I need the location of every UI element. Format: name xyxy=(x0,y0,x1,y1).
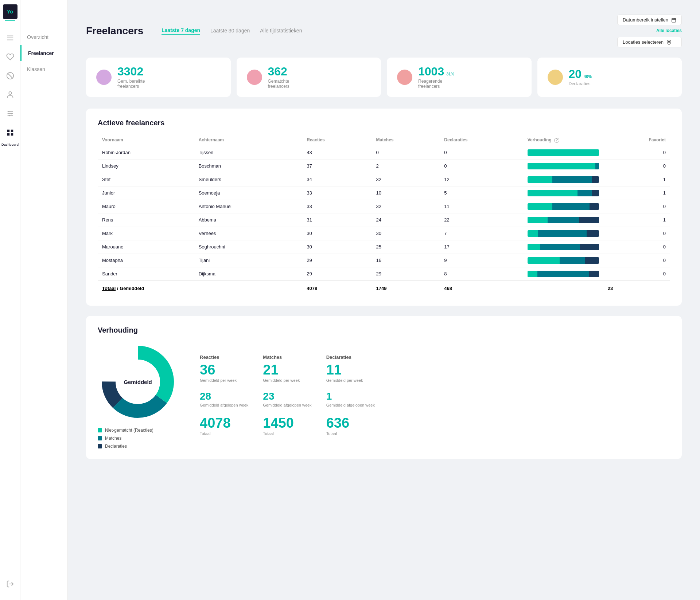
verhouding-stats-grid: Reacties 36 Gemiddeld per week Matches 2… xyxy=(200,354,375,436)
cell-favoriet: 1 xyxy=(603,213,670,227)
cell-reacties: 30 xyxy=(302,240,372,254)
cell-matches: 30 xyxy=(372,227,440,240)
date-range-button[interactable]: Datumbereik instellen xyxy=(617,15,682,25)
verhouding-total-declaraties: 636 Totaal xyxy=(326,416,375,436)
verhouding-prev-reacties: 28 Gemiddeld afgelopen week xyxy=(200,391,248,407)
active-freelancers-section: Actieve freelancers Voornaam Achternaam … xyxy=(86,109,682,306)
cell-reacties: 29 xyxy=(302,267,372,281)
cell-declaraties: 7 xyxy=(440,227,523,240)
legend-dot-dark xyxy=(98,444,102,448)
cell-matches: 24 xyxy=(372,213,440,227)
col-verhouding: Verhouding ? xyxy=(523,134,603,146)
svg-rect-12 xyxy=(7,130,9,132)
table-row: Rens Abbema 31 24 22 1 xyxy=(98,213,670,227)
cell-firstname: Lindsey xyxy=(98,159,194,173)
col-favoriet: Favoriet xyxy=(603,134,670,146)
subnav-item-overzicht[interactable]: Overzicht xyxy=(20,29,67,45)
sidebar-icon-list[interactable] xyxy=(3,31,18,45)
cell-bar xyxy=(523,227,603,240)
stat-label-gematchte: Gematchtefreelancers xyxy=(268,79,289,89)
cell-lastname: Dijksma xyxy=(194,267,303,281)
footer-label: Totaal / Gemiddeld xyxy=(98,281,302,295)
tab-7days[interactable]: Laatste 7 dagen xyxy=(162,27,200,35)
cell-firstname: Stef xyxy=(98,173,194,186)
cell-favoriet: 0 xyxy=(603,200,670,213)
cell-declaraties: 0 xyxy=(440,146,523,159)
cell-reacties: 37 xyxy=(302,159,372,173)
stat-label-declaraties: Declaraties xyxy=(569,81,592,86)
cell-bar xyxy=(523,254,603,267)
col-matches: Matches xyxy=(372,134,440,146)
verhouding-total-reacties: 4078 Totaal xyxy=(200,416,248,436)
cell-favoriet: 0 xyxy=(603,159,670,173)
cell-reacties: 43 xyxy=(302,146,372,159)
cell-lastname: Tijani xyxy=(194,254,303,267)
cell-bar xyxy=(523,267,603,281)
verhouding-total-matches: 1450 Totaal xyxy=(263,416,311,436)
svg-point-11 xyxy=(9,115,10,117)
sidebar-icon-sliders[interactable] xyxy=(3,106,18,121)
section-title-verhouding: Verhouding xyxy=(98,326,670,334)
cell-declaraties: 9 xyxy=(440,254,523,267)
sidebar-icon-logout[interactable] xyxy=(3,577,18,591)
cell-lastname: Seghrouchni xyxy=(194,240,303,254)
dashboard-label: Dashboard xyxy=(1,143,19,146)
subnav: Overzicht Freelancer Klassen xyxy=(20,0,68,600)
cell-lastname: Verhees xyxy=(194,227,303,240)
donut-chart: Gemiddeld xyxy=(98,342,178,422)
verhouding-prev-matches: 23 Gemiddeld afgelopen week xyxy=(263,391,311,407)
verhouding-tooltip-icon[interactable]: ? xyxy=(554,138,559,143)
legend-item-niet-gematcht: Niet-gematcht (Reacties) xyxy=(98,428,178,433)
sidebar-icon-ban[interactable] xyxy=(3,68,18,83)
tab-30days[interactable]: Laatste 30 dagen xyxy=(210,28,250,34)
cell-firstname: Rens xyxy=(98,213,194,227)
svg-point-21 xyxy=(668,41,670,43)
verhouding-section: Verhouding Gemiddeld xyxy=(86,316,682,459)
cell-firstname: Junior xyxy=(98,186,194,200)
verhouding-col-declaraties: Declaraties 11 Gemiddeld per week xyxy=(326,354,375,383)
logo-text: Yo xyxy=(7,9,13,15)
cell-firstname: Mauro xyxy=(98,200,194,213)
page-header: Freelancers Laatste 7 dagen Laatste 30 d… xyxy=(86,15,682,47)
footer-reacties: 4078 xyxy=(302,281,372,295)
subnav-item-freelancer[interactable]: Freelancer xyxy=(20,45,67,61)
subnav-item-klassen[interactable]: Klassen xyxy=(20,61,67,77)
cell-matches: 2 xyxy=(372,159,440,173)
tab-all[interactable]: Alle tijdstatistieken xyxy=(260,28,302,34)
col-achternaam: Achternaam xyxy=(194,134,303,146)
legend-dot-mid xyxy=(98,436,102,440)
sidebar-icon-heart[interactable] xyxy=(3,50,18,64)
sidebar-icon-person[interactable] xyxy=(3,87,18,102)
location-button[interactable]: Locaties selecteren xyxy=(617,37,682,47)
cell-declaraties: 22 xyxy=(440,213,523,227)
footer-bar xyxy=(523,281,603,295)
cell-favoriet: 1 xyxy=(603,186,670,200)
svg-point-5 xyxy=(9,92,11,94)
section-title-active: Actieve freelancers xyxy=(98,119,670,127)
cell-declaraties: 8 xyxy=(440,267,523,281)
cell-reacties: 31 xyxy=(302,213,372,227)
stat-circle-yellow xyxy=(548,70,563,85)
stat-number-gematchte: 362 xyxy=(268,66,289,77)
cell-matches: 16 xyxy=(372,254,440,267)
logo-line xyxy=(5,20,15,21)
table-row: Mostapha Tijani 29 16 9 0 xyxy=(98,254,670,267)
verhouding-grid: Gemiddeld Niet-gematcht (Reacties) Match… xyxy=(98,342,670,449)
freelancers-table: Voornaam Achternaam Reacties Matches Dec… xyxy=(98,134,670,295)
stat-number-declaraties: 2040% xyxy=(569,68,592,80)
sidebar: Yo Dashboard xyxy=(0,0,20,600)
cell-bar xyxy=(523,146,603,159)
stats-row: 3302 Gem. bereiktefreelancers 362 Gematc… xyxy=(86,58,682,97)
stat-circle-pink xyxy=(247,70,262,85)
cell-reacties: 29 xyxy=(302,254,372,267)
cell-favoriet: 1 xyxy=(603,173,670,186)
cell-lastname: Soemoeja xyxy=(194,186,303,200)
svg-rect-13 xyxy=(11,130,13,132)
footer-favoriet: 23 xyxy=(603,281,670,295)
verhouding-col-matches: Matches 21 Gemiddeld per week xyxy=(263,354,311,383)
cell-firstname: Mostapha xyxy=(98,254,194,267)
sidebar-icon-dashboard[interactable] xyxy=(3,125,18,140)
legend: Niet-gematcht (Reacties) Matches Declara… xyxy=(98,428,178,449)
cell-matches: 29 xyxy=(372,267,440,281)
table-row: Sander Dijksma 29 29 8 0 xyxy=(98,267,670,281)
